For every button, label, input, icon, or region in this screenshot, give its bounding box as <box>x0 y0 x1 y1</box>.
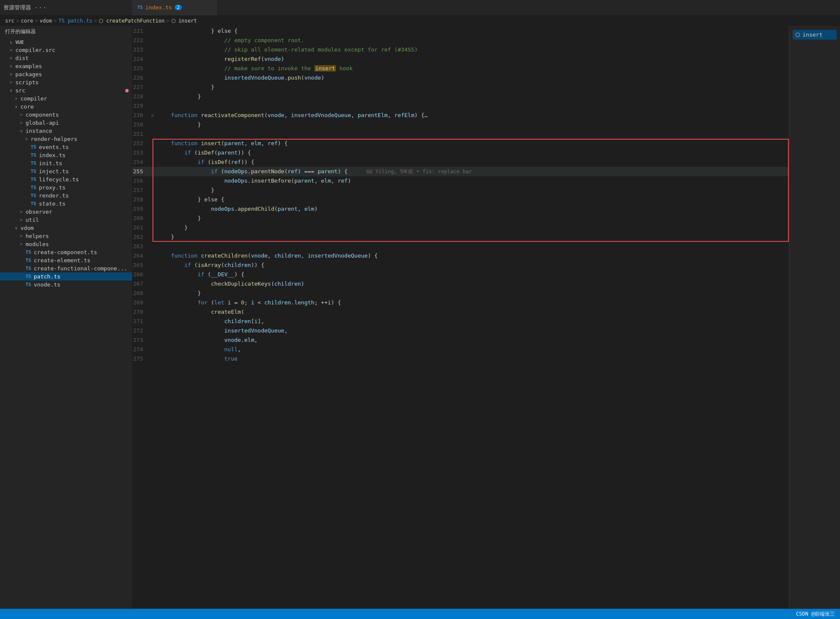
sidebar-folder-modules[interactable]: >modules <box>0 240 132 248</box>
sidebar-menu-dots[interactable]: ··· <box>35 4 47 11</box>
sidebar-folder-instance[interactable]: ∨instance <box>0 127 132 135</box>
sidebar-folder-core[interactable]: ∨core <box>0 103 132 111</box>
fold-col-272 <box>150 326 156 335</box>
code-content-257: } <box>156 186 789 195</box>
chevron-icon: ∨ <box>14 226 19 230</box>
code-content-268: } <box>156 289 789 298</box>
sidebar: 打开的编辑器 ∨VUE>compiler.src>dist>examples>p… <box>0 26 132 609</box>
fold-col-260 <box>150 214 156 223</box>
sidebar-folder-vdom[interactable]: ∨vdom <box>0 224 132 232</box>
file-label: proxy.ts <box>39 184 66 191</box>
file-label: vnode.ts <box>34 281 60 288</box>
sidebar-file-vnode.ts[interactable]: TSvnode.ts <box>0 281 132 289</box>
sidebar-folder-render-helpers[interactable]: >render-helpers <box>0 135 132 143</box>
code-content-227: } <box>156 83 789 92</box>
sidebar-file-index.ts[interactable]: TSindex.ts <box>0 151 132 159</box>
line-number-256: 256 <box>132 176 150 186</box>
chevron-icon: ∨ <box>14 104 19 109</box>
fold-col-230[interactable]: ▷ <box>150 111 156 120</box>
code-line-262: 262 } <box>132 232 789 242</box>
folder-label: src <box>15 87 25 94</box>
ts-file-icon: TS <box>26 258 31 263</box>
sidebar-file-create-element.ts[interactable]: TScreate-element.ts <box>0 256 132 264</box>
code-line-222: 222 // empty component root. <box>132 36 789 45</box>
code-line-267: 267 checkDuplicateKeys(children) <box>132 279 789 289</box>
fold-col-226 <box>150 73 156 83</box>
folder-label: packages <box>15 71 42 77</box>
code-container[interactable]: 221 } else {222 // empty component root.… <box>132 26 789 609</box>
ts-file-icon: TS <box>26 282 31 287</box>
code-content-259: nodeOps.appendChild(parent, elm) <box>156 204 789 214</box>
line-number-270: 270 <box>132 307 150 317</box>
sidebar-file-init.ts[interactable]: TSinit.ts <box>0 159 132 167</box>
sidebar-file-render.ts[interactable]: TSrender.ts <box>0 192 132 200</box>
chevron-icon: > <box>19 234 24 238</box>
code-content-225: // make sure to invoke the insert hook <box>156 64 789 73</box>
fold-col-268 <box>150 289 156 298</box>
sidebar-folder-src[interactable]: ∨src <box>0 86 132 95</box>
sidebar-folder-examples[interactable]: >examples <box>0 62 132 70</box>
insert-icon: ⬡ <box>795 32 800 38</box>
sidebar-folder-scripts[interactable]: >scripts <box>0 78 132 86</box>
sidebar-file-lifecycle.ts[interactable]: TSlifecycle.ts <box>0 175 132 183</box>
tab-index[interactable]: TSindex.ts2 <box>132 0 218 15</box>
sidebar-folder-global-api[interactable]: >global-api <box>0 119 132 127</box>
file-label: render.ts <box>39 192 69 199</box>
code-content-265: if (isArray(children)) { <box>156 261 789 270</box>
file-label: create-functional-compone... <box>34 265 127 272</box>
code-line-261: 261 } <box>132 223 789 232</box>
folder-label: core <box>20 103 34 110</box>
code-content-256: nodeOps.insertBefore(parent, elm, ref) <box>156 176 789 186</box>
line-number-271: 271 <box>132 317 150 326</box>
line-number-261: 261 <box>132 223 150 232</box>
folder-label: global-api <box>26 120 59 126</box>
fold-col-264 <box>150 251 156 261</box>
code-content-229 <box>156 101 789 111</box>
sidebar-folder-compiler[interactable]: >compiler <box>0 95 132 103</box>
code-content-254: if (isDef(ref)) { <box>156 158 789 167</box>
folder-label: compiler.src <box>15 47 55 53</box>
sidebar-file-proxy.ts[interactable]: TSproxy.ts <box>0 183 132 192</box>
sidebar-folder-components[interactable]: >components <box>0 111 132 119</box>
chevron-icon: > <box>19 218 24 222</box>
line-number-267: 267 <box>132 279 150 289</box>
sidebar-file-create-component.ts[interactable]: TScreate-component.ts <box>0 248 132 256</box>
fold-col-259 <box>150 204 156 214</box>
sidebar-file-state.ts[interactable]: TSstate.ts <box>0 200 132 208</box>
editor-area: 221 } else {222 // empty component root.… <box>132 26 789 609</box>
chevron-icon: > <box>9 48 14 52</box>
file-label: patch.ts <box>34 273 60 280</box>
line-number-263: 263 <box>132 242 150 251</box>
fold-col-221 <box>150 26 156 36</box>
line-number-257: 257 <box>132 186 150 195</box>
sidebar-folder-dist[interactable]: >dist <box>0 54 132 62</box>
sidebar-folder-packages[interactable]: >packages <box>0 70 132 78</box>
fold-col-255 <box>150 167 156 176</box>
ts-file-icon: TS <box>31 152 36 158</box>
code-line-223: 223 // skip all element-related modules … <box>132 45 789 54</box>
sidebar-folder-util[interactable]: >util <box>0 216 132 224</box>
ts-file-icon: TS <box>31 144 36 150</box>
code-line-271: 271 children[i], <box>132 317 789 326</box>
sidebar-file-create-functional-compone...[interactable]: TScreate-functional-compone... <box>0 264 132 272</box>
file-label: inject.ts <box>39 168 69 175</box>
sidebar-folder-observer[interactable]: >observer <box>0 208 132 216</box>
sidebar-folder-helpers[interactable]: >helpers <box>0 232 132 240</box>
line-number-269: 269 <box>132 298 150 307</box>
sidebar-file-events.ts[interactable]: TSevents.ts <box>0 143 132 151</box>
fold-col-251 <box>150 129 156 139</box>
code-line-274: 274 null, <box>132 345 789 354</box>
code-content-258: } else { <box>156 195 789 204</box>
sidebar-vue-root[interactable]: ∨VUE <box>0 39 132 46</box>
chevron-icon: ∨ <box>19 129 24 133</box>
sidebar-folder-compiler.src[interactable]: >compiler.src <box>0 46 132 54</box>
sidebar-file-patch.ts[interactable]: TSpatch.ts <box>0 272 132 281</box>
line-number-222: 222 <box>132 36 150 45</box>
code-line-258: 258 } else { <box>132 195 789 204</box>
insert-panel-item: ⬡ insert <box>793 30 837 40</box>
file-label: state.ts <box>39 201 66 207</box>
line-number-228: 228 <box>132 92 150 101</box>
line-number-254: 254 <box>132 158 150 167</box>
sidebar-file-inject.ts[interactable]: TSinject.ts <box>0 167 132 175</box>
fold-col-262 <box>150 232 156 242</box>
